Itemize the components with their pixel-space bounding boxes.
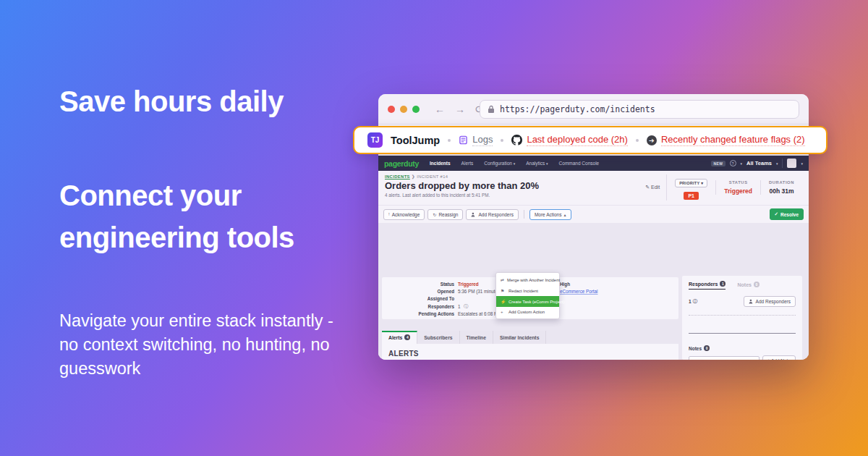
separator-dot-icon xyxy=(636,139,639,142)
chevron-down-icon: ▾ xyxy=(546,161,548,166)
check-icon: ✓ xyxy=(775,211,778,217)
url-text: https://pagerduty.com/incidents xyxy=(500,104,655,114)
menu-item-create-task[interactable]: ⚡Create Task (eComm Project) xyxy=(496,296,559,307)
note-input[interactable] xyxy=(689,356,760,360)
maximize-window-button[interactable] xyxy=(412,106,420,113)
divider xyxy=(524,210,524,219)
tab-responders[interactable]: Responders1 xyxy=(689,281,726,290)
menu-item-add-custom-action[interactable]: +Add Custom Action xyxy=(496,307,559,317)
dotted-divider xyxy=(689,315,796,316)
hero-copy: Save hours daily Connect your engineerin… xyxy=(59,85,349,381)
nav-item-analytics[interactable]: Analytics ▾ xyxy=(526,161,548,166)
separator-dot-icon xyxy=(501,139,503,142)
edit-button[interactable]: ✎ Edit xyxy=(645,185,660,190)
reassign-button[interactable]: ↻Reassign xyxy=(427,209,463,220)
tab-similar-incidents[interactable]: Similar Incidents xyxy=(493,331,546,344)
chevron-down-icon: ▾ xyxy=(801,161,803,166)
divider xyxy=(689,333,796,334)
teams-dropdown[interactable]: All Teams xyxy=(746,160,772,166)
hero-headline: Save hours daily xyxy=(59,85,349,118)
pagerduty-app: pagerduty Incidents Alerts Configuration… xyxy=(378,156,809,360)
breadcrumb-incidents-link[interactable]: INCIDENTS xyxy=(385,174,410,179)
divider xyxy=(782,159,783,168)
chevron-right-icon: ❯ xyxy=(412,174,415,179)
reassign-icon: ↻ xyxy=(433,212,436,217)
lock-icon xyxy=(488,105,495,114)
logs-icon xyxy=(459,135,468,145)
menu-item-redact[interactable]: ⚑Redact Incident xyxy=(496,285,559,296)
toolbar-item-logs[interactable]: Logs xyxy=(459,134,493,146)
incident-tabs: Alerts4 Subscribers Timeline Similar Inc… xyxy=(382,331,546,344)
tooljump-toolbar: TJ ToolJump Logs Last deployed code (2h)… xyxy=(353,126,827,154)
person-plus-icon xyxy=(471,212,476,217)
more-actions-menu: ⇄Merge with Another Incident ⚑Redact Inc… xyxy=(495,272,560,319)
incident-content: StatusTriggered Opened5:36 PM (31 minute… xyxy=(378,274,809,360)
info-icon: ⓘ xyxy=(693,298,697,305)
tab-notes[interactable]: Notes0 xyxy=(737,282,759,290)
task-icon: ⚡ xyxy=(501,299,506,304)
browser-window: ← → ⟳ https://pagerduty.com/incidents TJ… xyxy=(378,94,809,360)
duration-value: 00h 31m xyxy=(769,187,794,195)
notes-count-badge: 0 xyxy=(754,282,760,287)
notes-count-badge: 0 xyxy=(704,345,710,351)
back-icon[interactable]: ← xyxy=(435,104,445,115)
edit-icon: ✎ xyxy=(645,185,650,190)
person-plus-icon xyxy=(749,299,754,304)
alerts-panel: ALERTS 4 triggered ⓘ Alert grouping deta… xyxy=(382,344,678,360)
detail-status: Triggered xyxy=(458,282,479,287)
responder-count: 1 ⓘ xyxy=(689,298,697,305)
exclamation-icon: ! xyxy=(388,212,390,216)
add-note-button[interactable]: + Add Note xyxy=(762,355,796,360)
forward-icon[interactable]: → xyxy=(455,104,465,115)
incident-subtitle: 4 alerts. Last alert added to this incid… xyxy=(385,193,539,198)
priority-badge: P1 xyxy=(684,192,699,200)
alerts-count-badge: 4 xyxy=(404,334,410,340)
incident-title: Orders dropped by more than 20% xyxy=(385,180,539,191)
add-responders-button[interactable]: Add Responders xyxy=(466,209,518,220)
tooljump-brand: ToolJump xyxy=(391,135,440,146)
responders-count-badge: 1 xyxy=(720,281,726,287)
alerts-subtext: 4 triggered xyxy=(388,359,672,360)
duration-column: DURATION 00h 31m xyxy=(760,180,802,195)
tab-subscribers[interactable]: Subscribers xyxy=(417,331,459,344)
tab-alerts[interactable]: Alerts4 xyxy=(382,331,417,344)
notes-heading: Notes0 xyxy=(689,345,796,351)
menu-item-merge[interactable]: ⇄Merge with Another Incident xyxy=(496,274,559,285)
toolbar-item-feature-flags[interactable]: ➔ Recently changed feature flags (2) xyxy=(647,134,805,146)
tab-timeline[interactable]: Timeline xyxy=(460,331,493,344)
pagerduty-navbar: pagerduty Incidents Alerts Configuration… xyxy=(378,156,809,171)
nav-item-configuration[interactable]: Configuration ▾ xyxy=(484,161,515,166)
plus-icon: + xyxy=(501,310,506,314)
nav-item-command-console[interactable]: Command Console xyxy=(559,161,600,166)
incident-header: INCIDENTS ❯ INCIDENT #14 Orders dropped … xyxy=(378,171,809,205)
nav-item-incidents[interactable]: Incidents xyxy=(430,161,451,166)
more-actions-button[interactable]: More Actions ▴ xyxy=(529,209,571,220)
close-window-button[interactable] xyxy=(388,106,395,113)
minimize-window-button[interactable] xyxy=(400,106,407,113)
avatar[interactable] xyxy=(787,159,796,168)
feature-flag-icon: ➔ xyxy=(647,135,657,145)
detail-urgency: High xyxy=(560,282,570,287)
alerts-heading: ALERTS xyxy=(388,350,672,358)
address-bar[interactable]: https://pagerduty.com/incidents xyxy=(480,100,799,119)
pagerduty-logo[interactable]: pagerduty xyxy=(384,159,419,168)
add-responders-side-button[interactable]: Add Responders xyxy=(744,296,796,307)
status-value: Triggered xyxy=(724,187,752,195)
chevron-down-icon: ▾ xyxy=(741,161,743,166)
hero-subheadline: Connect your engineering tools xyxy=(59,174,349,258)
toolbar-item-last-deploy[interactable]: Last deployed code (2h) xyxy=(511,134,627,146)
priority-dropdown[interactable]: PRIORITY ▾ xyxy=(675,179,707,187)
help-icon[interactable]: ? xyxy=(730,160,736,166)
browser-chrome: ← → ⟳ https://pagerduty.com/incidents xyxy=(378,94,809,124)
status-column: STATUS Triggered xyxy=(715,180,760,195)
chevron-down-icon: ▾ xyxy=(701,181,703,185)
detail-service-link[interactable]: eCommerce Portal xyxy=(560,289,598,294)
github-icon xyxy=(511,135,522,145)
acknowledge-button[interactable]: !Acknowledge xyxy=(383,209,425,220)
nav-item-alerts[interactable]: Alerts xyxy=(461,161,474,166)
resolve-button[interactable]: ✓Resolve xyxy=(770,208,804,220)
merge-icon: ⇄ xyxy=(501,277,504,282)
info-icon: ⓘ xyxy=(464,303,468,310)
separator-dot-icon xyxy=(448,139,451,142)
detail-responders: 1 xyxy=(458,304,461,309)
